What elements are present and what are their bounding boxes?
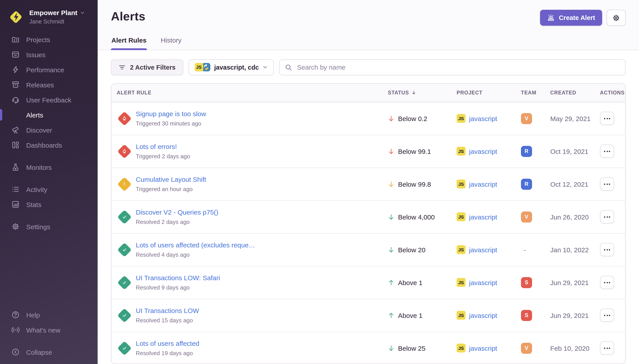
tab-history[interactable]: History bbox=[160, 36, 182, 50]
status-value: Below 25 bbox=[398, 344, 425, 352]
sidebar-item-label: Releases bbox=[26, 81, 54, 88]
tab-alert-rules[interactable]: Alert Rules bbox=[111, 36, 147, 50]
alert-rule-link[interactable]: Discover V2 - Queries p75() bbox=[136, 208, 218, 217]
sidebar-item-activity[interactable]: Activity bbox=[0, 182, 98, 197]
alert-rule-link[interactable]: Signup page is too slow bbox=[136, 110, 206, 118]
dashboards-icon bbox=[12, 141, 20, 149]
sidebar-item-label: User Feedback bbox=[26, 96, 71, 104]
org-switcher[interactable]: Empower Plant Jane Schmidt bbox=[0, 0, 98, 25]
sidebar-item-label: Monitors bbox=[26, 164, 52, 171]
sidebar-item-collapse[interactable]: Collapse bbox=[0, 344, 98, 360]
sidebar-item-projects[interactable]: Projects bbox=[0, 32, 98, 47]
alert-rules-table: ALERT RULE STATUS PROJECT TEAM CREATED A… bbox=[111, 83, 626, 364]
sidebar-nav-group: ProjectsIssuesPerformanceReleasesUser Fe… bbox=[0, 32, 98, 152]
sidebar-item-user-feedback[interactable]: User Feedback bbox=[0, 92, 98, 107]
project-link[interactable]: javascript bbox=[469, 180, 497, 188]
sidebar-item-releases[interactable]: Releases bbox=[0, 77, 98, 92]
search-box[interactable] bbox=[279, 60, 626, 75]
stats-icon bbox=[12, 200, 20, 208]
column-header-alert-rule[interactable]: ALERT RULE bbox=[111, 90, 379, 95]
sidebar-item-monitors[interactable]: Monitors bbox=[0, 160, 98, 175]
status-value: Below 99.8 bbox=[398, 180, 431, 188]
project-selector[interactable]: JS javascript, cdc bbox=[188, 60, 274, 75]
project-link[interactable]: javascript bbox=[469, 246, 497, 254]
siren-icon bbox=[547, 14, 555, 22]
column-header-status[interactable]: STATUS bbox=[379, 90, 454, 95]
create-alert-button[interactable]: Create Alert bbox=[540, 10, 602, 26]
project-link[interactable]: javascript bbox=[469, 148, 497, 155]
alert-rule-subtext: Resolved 19 days ago bbox=[136, 350, 199, 357]
alerts-settings-button[interactable] bbox=[607, 10, 626, 26]
javascript-platform-icon: JS bbox=[457, 147, 466, 156]
sidebar: Empower Plant Jane Schmidt ProjectsIssue… bbox=[0, 0, 98, 364]
project-link[interactable]: javascript bbox=[469, 344, 497, 352]
alert-rule-link[interactable]: UI Transactions LOW bbox=[136, 306, 199, 315]
search-input[interactable] bbox=[296, 63, 620, 72]
created-date: Jun 29, 2021 bbox=[550, 279, 589, 286]
trend-arrow-icon bbox=[388, 114, 395, 122]
project-link[interactable]: javascript bbox=[469, 213, 497, 220]
created-date: Feb 10, 2020 bbox=[550, 344, 589, 352]
sidebar-item-issues[interactable]: Issues bbox=[0, 47, 98, 62]
severity-diamond-icon bbox=[117, 144, 132, 159]
alert-rule-subtext: Triggered 30 minutes ago bbox=[136, 120, 206, 127]
sidebar-nav-group: HelpWhat's new bbox=[0, 307, 98, 338]
sidebar-item-label: Dashboards bbox=[26, 141, 62, 149]
table-row: Cumulative Layout Shift Triggered an hou… bbox=[111, 167, 625, 200]
sidebar-nav: ProjectsIssuesPerformanceReleasesUser Fe… bbox=[0, 25, 98, 234]
row-actions-button[interactable] bbox=[600, 342, 614, 355]
row-actions-button[interactable] bbox=[600, 308, 614, 322]
performance-icon bbox=[12, 66, 20, 74]
alert-rule-link[interactable]: Lots of errors! bbox=[136, 142, 190, 151]
row-actions-button[interactable] bbox=[600, 210, 614, 224]
project-link[interactable]: javascript bbox=[469, 279, 497, 286]
table-row: UI Transactions LOW: Safari Resolved 9 d… bbox=[111, 266, 625, 298]
row-actions-button[interactable] bbox=[600, 144, 614, 158]
javascript-platform-icon: JS bbox=[457, 278, 466, 287]
column-header-project[interactable]: PROJECT bbox=[454, 90, 519, 95]
column-header-created[interactable]: CREATED bbox=[548, 90, 600, 95]
chevron-down-icon bbox=[81, 11, 85, 15]
project-link[interactable]: javascript bbox=[469, 114, 497, 122]
sidebar-item-dashboards[interactable]: Dashboards bbox=[0, 138, 98, 152]
sidebar-item-what-s-new[interactable]: What's new bbox=[0, 322, 98, 338]
sidebar-nav-group: Monitors bbox=[0, 160, 98, 175]
trend-arrow-icon bbox=[388, 344, 395, 352]
team-avatar: V bbox=[521, 342, 532, 354]
sidebar-item-stats[interactable]: Stats bbox=[0, 197, 98, 212]
severity-diamond-icon bbox=[117, 209, 132, 224]
trend-arrow-icon bbox=[388, 148, 395, 155]
row-actions-button[interactable] bbox=[600, 177, 614, 191]
project-link[interactable]: javascript bbox=[469, 312, 497, 319]
column-header-actions: ACTIONS bbox=[600, 90, 625, 95]
sidebar-item-label: Discover bbox=[26, 126, 52, 134]
trend-arrow-icon bbox=[388, 312, 395, 319]
row-actions-button[interactable] bbox=[600, 243, 614, 256]
activity-icon bbox=[12, 185, 20, 193]
sidebar-item-discover[interactable]: Discover bbox=[0, 122, 98, 138]
sidebar-item-help[interactable]: Help bbox=[0, 307, 98, 322]
active-filters-button[interactable]: 2 Active Filters bbox=[111, 60, 183, 75]
status-value: Above 1 bbox=[398, 279, 422, 286]
sidebar-item-settings[interactable]: Settings bbox=[0, 219, 98, 234]
javascript-platform-icon: JS bbox=[457, 344, 466, 352]
sidebar-item-label: Alerts bbox=[26, 111, 43, 118]
monitors-icon bbox=[12, 163, 20, 171]
status-value: Above 1 bbox=[398, 312, 422, 319]
user-feedback-icon bbox=[12, 96, 20, 104]
org-text: Empower Plant Jane Schmidt bbox=[29, 9, 85, 25]
alert-rule-subtext: Triggered 2 days ago bbox=[136, 153, 190, 160]
alert-rule-link[interactable]: Lots of users affected (excludes reque… bbox=[136, 241, 255, 250]
column-header-team[interactable]: TEAM bbox=[519, 90, 548, 95]
issues-icon bbox=[12, 50, 20, 58]
team-avatar: R bbox=[521, 146, 532, 157]
sidebar-item-alerts[interactable]: Alerts bbox=[0, 107, 98, 122]
row-actions-button[interactable] bbox=[600, 276, 614, 289]
alert-rule-link[interactable]: UI Transactions LOW: Safari bbox=[136, 274, 220, 282]
sidebar-item-performance[interactable]: Performance bbox=[0, 62, 98, 77]
row-actions-button[interactable] bbox=[600, 112, 614, 125]
alert-rule-link[interactable]: Lots of users affected bbox=[136, 339, 199, 348]
alert-rule-link[interactable]: Cumulative Layout Shift bbox=[136, 175, 206, 184]
user-name: Jane Schmidt bbox=[29, 18, 85, 25]
status-value: Below 99.1 bbox=[398, 148, 431, 155]
